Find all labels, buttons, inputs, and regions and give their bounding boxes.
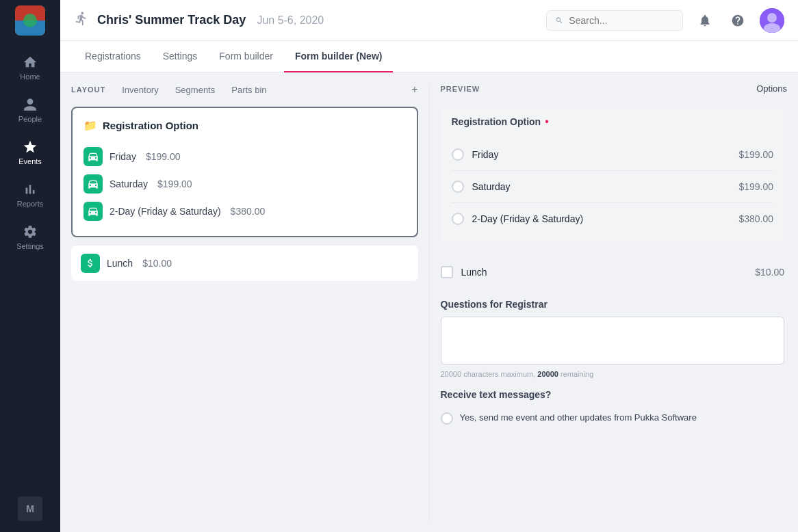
text-radio-circle[interactable] — [441, 412, 453, 425]
questions-section: Questions for Registrar 20000 characters… — [441, 299, 785, 378]
tabs-nav: Registrations Settings Form builder Form… — [60, 41, 798, 72]
notifications-button[interactable] — [694, 10, 716, 31]
bell-icon — [698, 14, 712, 27]
main-content: Chris' Summer Track Day Jun 5-6, 2020 — [60, 0, 798, 532]
preview-toolbar: PREVIEW Options — [441, 83, 788, 94]
layout-label: LAYOUT — [71, 85, 105, 94]
registration-group-title: Registration Option — [103, 120, 198, 131]
lunch-preview-price: $10.00 — [755, 267, 784, 278]
sidebar-item-settings-label: Settings — [16, 242, 44, 250]
required-indicator: • — [545, 116, 549, 128]
search-icon — [555, 16, 563, 25]
sidebar-item-home[interactable]: Home — [0, 46, 60, 89]
layout-item-saturday[interactable]: Saturday $199.00 — [83, 170, 406, 198]
add-item-button[interactable]: + — [411, 83, 417, 96]
radio-option-friday[interactable]: Friday $199.00 — [452, 139, 774, 171]
saturday-label: Saturday — [110, 178, 148, 189]
layout-item-friday[interactable]: Friday $199.00 — [83, 143, 406, 170]
car-icon-two-day — [83, 202, 103, 221]
preview-options-button[interactable]: Options — [756, 83, 787, 94]
text-option-text: Yes, send me event and other updates fro… — [460, 412, 697, 423]
layout-panel: LAYOUT Inventory Segments Parts bin + 📁 … — [71, 83, 418, 521]
preview-label: PREVIEW — [441, 85, 480, 93]
radio-label-friday: Friday — [472, 149, 731, 160]
reg-option-label: Registration Option — [452, 116, 541, 127]
event-title: Chris' Summer Track Day — [97, 13, 246, 27]
event-icon — [74, 11, 89, 29]
text-messages-label: Receive text messages? — [441, 389, 785, 400]
radio-circle-friday[interactable] — [452, 148, 464, 161]
app-logo[interactable] — [15, 5, 45, 36]
header-right — [546, 8, 784, 33]
preview-panel: PREVIEW Options Registration Option • Fr… — [441, 83, 788, 521]
radio-label-two-day: 2-Day (Friday & Saturday) — [472, 213, 731, 224]
svg-point-2 — [23, 14, 37, 27]
help-icon — [731, 14, 745, 27]
radio-option-two-day[interactable]: 2-Day (Friday & Saturday) $380.00 — [452, 203, 774, 235]
lunch-checkbox[interactable] — [441, 266, 453, 278]
help-button[interactable] — [727, 10, 749, 31]
lunch-label: Lunch — [107, 258, 133, 269]
search-bar[interactable] — [546, 10, 683, 31]
home-icon — [23, 55, 38, 70]
radio-label-saturday: Saturday — [472, 181, 731, 192]
tab-settings[interactable]: Settings — [152, 41, 209, 72]
content-area: LAYOUT Inventory Segments Parts bin + 📁 … — [60, 72, 798, 532]
sidebar-bottom: M — [18, 491, 42, 527]
tab-registrations[interactable]: Registrations — [74, 41, 152, 72]
folder-icon: 📁 — [83, 119, 97, 132]
header: Chris' Summer Track Day Jun 5-6, 2020 — [60, 0, 798, 41]
friday-label: Friday — [110, 151, 136, 162]
events-icon — [23, 139, 38, 155]
questions-label: Questions for Registrar — [441, 299, 785, 310]
radio-price-saturday: $199.00 — [738, 181, 773, 192]
tab-form-builder-new[interactable]: Form builder (New) — [284, 41, 394, 72]
two-day-price: $380.00 — [231, 206, 266, 217]
car-icon-friday — [83, 147, 103, 166]
layout-item-two-day[interactable]: 2-Day (Friday & Saturday) $380.00 — [83, 198, 406, 225]
svg-point-4 — [767, 13, 777, 23]
reg-option-header: Registration Option • — [452, 116, 774, 128]
event-date: Jun 5-6, 2020 — [257, 14, 324, 27]
saturday-price: $199.00 — [157, 178, 192, 189]
sidebar-item-people[interactable]: People — [0, 89, 60, 131]
lunch-price-layout: $10.00 — [142, 258, 172, 269]
panel-divider — [429, 83, 430, 521]
friday-price: $199.00 — [146, 151, 181, 162]
sidebar: Home People Events Reports Settings M — [0, 0, 60, 532]
sidebar-m-badge: M — [18, 496, 42, 521]
sidebar-item-reports[interactable]: Reports — [0, 174, 60, 216]
lunch-preview[interactable]: Lunch $10.00 — [441, 256, 785, 288]
radio-circle-saturday[interactable] — [452, 181, 464, 193]
user-avatar[interactable] — [760, 8, 784, 33]
char-count: 20000 characters maximum, 20000 remainin… — [441, 370, 785, 378]
car-icon-saturday — [83, 174, 103, 194]
questions-textarea[interactable] — [441, 317, 785, 364]
sidebar-item-people-label: People — [18, 115, 42, 123]
tab-form-builder[interactable]: Form builder — [208, 41, 284, 72]
radio-circle-two-day[interactable] — [452, 213, 464, 225]
preview-content: Registration Option • Friday $199.00 Sat… — [441, 105, 788, 521]
settings-icon — [23, 224, 38, 239]
lunch-card[interactable]: Lunch $10.00 — [71, 245, 418, 281]
layout-toolbar: LAYOUT Inventory Segments Parts bin + — [71, 83, 418, 96]
segments-link[interactable]: Segments — [175, 85, 216, 95]
sidebar-item-reports-label: Reports — [17, 200, 44, 208]
parts-bin-link[interactable]: Parts bin — [231, 85, 266, 95]
registration-group-header: 📁 Registration Option — [83, 119, 406, 132]
text-messages-section: Receive text messages? Yes, send me even… — [441, 389, 785, 430]
radio-price-two-day: $380.00 — [738, 213, 773, 224]
bar-chart-icon — [23, 182, 38, 197]
search-input[interactable] — [569, 15, 674, 26]
radio-price-friday: $199.00 — [738, 149, 773, 160]
sidebar-item-settings[interactable]: Settings — [0, 216, 60, 258]
sidebar-item-home-label: Home — [20, 72, 40, 81]
text-option[interactable]: Yes, send me event and other updates fro… — [441, 407, 785, 430]
dollar-icon — [81, 254, 100, 273]
sidebar-item-events[interactable]: Events — [0, 131, 60, 174]
inventory-link[interactable]: Inventory — [122, 85, 158, 95]
char-remaining-count: 20000 — [537, 370, 558, 378]
registration-group-card: 📁 Registration Option Friday $199.00 — [71, 107, 418, 237]
two-day-label: 2-Day (Friday & Saturday) — [110, 206, 221, 217]
radio-option-saturday[interactable]: Saturday $199.00 — [452, 171, 774, 203]
